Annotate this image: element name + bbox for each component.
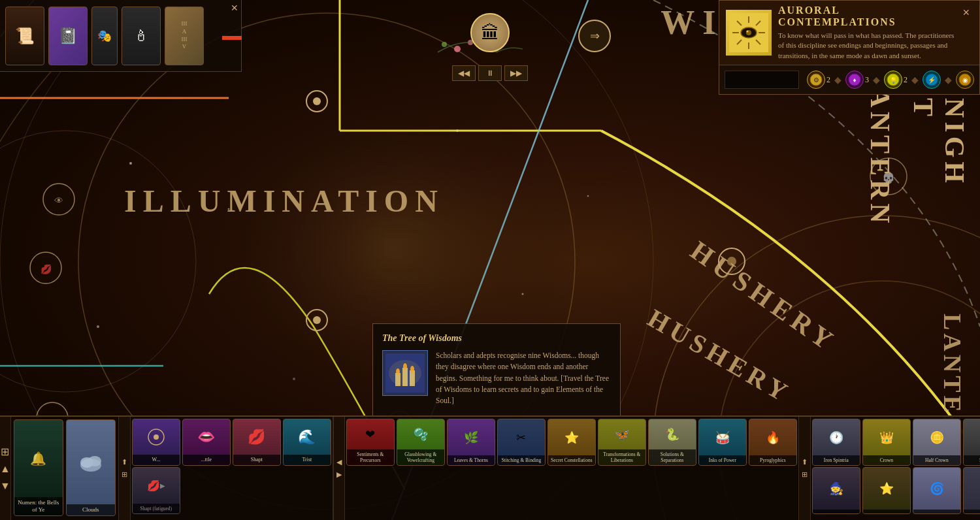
grid-right-button[interactable]: ⊞ (802, 470, 808, 479)
night-label: NIGHT (907, 98, 970, 187)
svg-point-29 (293, 378, 295, 380)
svg-point-71 (154, 434, 159, 440)
svg-point-27 (456, 129, 459, 132)
top-toolbar: 📜 📓 🎭 🕯 IIIAIIIV ✕ (0, 0, 242, 72)
toolbar-card-5[interactable]: IIIAIIIV (165, 7, 204, 65)
svg-point-12 (306, 310, 327, 331)
bottom-tray: ⊞ ▲ ▼ 🔔 Numen: the Bells of Ye (0, 415, 980, 520)
card-crown[interactable]: 👑 Crown (862, 419, 911, 466)
resource-5: ◉ (956, 71, 974, 89)
svg-point-66 (389, 360, 421, 386)
auroral-panel: Auroral Contemplations To know what will… (719, 0, 980, 95)
nav-down-left[interactable]: ▼ (0, 480, 10, 492)
svg-point-10 (306, 91, 327, 112)
card-half-crown[interactable]: 🪙 Half Crown (913, 419, 961, 466)
time-next-button[interactable]: ▶▶ (504, 65, 528, 81)
card-stitching[interactable]: ✂ Stitching & Binding (497, 419, 546, 466)
grid-left-button[interactable]: ⊞ (122, 470, 127, 479)
card-clouds[interactable]: Clouds (66, 419, 116, 516)
svg-point-11 (313, 97, 321, 105)
svg-text:◉: ◉ (962, 76, 968, 84)
export-right-button[interactable]: ⬆ (802, 458, 808, 466)
card-coin-4[interactable]: ✦ (963, 467, 980, 514)
export-left-button[interactable]: ⬆ (122, 458, 127, 466)
nav-grid-left[interactable]: ⊞ (1, 446, 9, 458)
svg-text:⚙: ⚙ (813, 76, 819, 84)
card-trist[interactable]: 🌊 Trist (283, 419, 331, 466)
svg-point-25 (129, 162, 132, 165)
svg-text:♦: ♦ (853, 76, 856, 84)
tooltip-body: Scholars and adepts recognise nine Wisdo… (382, 350, 611, 406)
close-toolbar-button[interactable]: ✕ (231, 3, 238, 14)
card-person-1[interactable]: 🧙 (812, 467, 860, 514)
game-canvas: 👁 💋 💀 ILLUM (0, 0, 980, 520)
tray-scroll-right[interactable]: ▶ (336, 470, 342, 479)
tooltip-text: Scholars and adepts recognise nine Wisdo… (436, 350, 611, 406)
time-controls: ◀◀ ⏸ ▶▶ (452, 65, 528, 81)
card-shapt[interactable]: 💋 Shapt (233, 419, 281, 466)
tooltip-icon (382, 350, 428, 396)
tray-nav-left[interactable]: ⊞ ▲ ▼ (0, 417, 11, 520)
resource-2: ♦ 3 (845, 71, 869, 89)
time-pause-button[interactable]: ⏸ (478, 65, 502, 81)
svg-point-48 (747, 31, 749, 33)
svg-point-18 (30, 252, 61, 284)
tray-scroll-left[interactable]: ◀ (336, 458, 342, 466)
svg-point-30 (587, 195, 589, 197)
progress-bar (222, 36, 242, 40)
svg-point-13 (313, 316, 321, 324)
resource-1: ⚙ 2 (807, 71, 830, 89)
svg-point-31 (97, 325, 99, 328)
nav-up-left[interactable]: ▲ (0, 463, 10, 475)
card-transformations[interactable]: 🦋 Transformations & Liberations (598, 419, 646, 466)
svg-text:👁: 👁 (54, 196, 63, 206)
house-icon[interactable]: 🏛 (470, 13, 510, 52)
nav-arrow-circle[interactable]: ⇒ (578, 20, 611, 52)
card-iron-spintria[interactable]: 🕐 Iron Spintria (812, 419, 860, 466)
card-secret-constellations[interactable]: ⭐ Secret Constellations (547, 419, 596, 466)
auroral-resources: ⚙ 2 ◆ ♦ 3 ◆ 💡 (719, 65, 979, 94)
card-pyroglyphics[interactable]: 🔥 Pyroglyphics (749, 419, 797, 466)
card-shapt-fatigued[interactable]: 💋 ▶ Shapt (fatigued) (132, 467, 180, 514)
svg-point-33 (454, 46, 461, 52)
toolbar-card-3[interactable]: 🎭 (91, 7, 118, 65)
auroral-title: Auroral Contemplations (778, 5, 960, 28)
time-prev-button[interactable]: ◀◀ (452, 65, 476, 81)
svg-point-2 (0, 131, 196, 392)
svg-point-16 (43, 184, 74, 215)
card-inks[interactable]: 🥁 Inks of Power (698, 419, 747, 466)
card-glassblowing[interactable]: 🫧 Glassblowing & Vowelcrafting (397, 419, 445, 466)
svg-text:⚡: ⚡ (928, 76, 936, 84)
card-coin-2[interactable]: ⭐ (862, 467, 911, 514)
svg-text:💡: 💡 (890, 76, 898, 84)
toolbar-card-1[interactable]: 📜 (5, 7, 44, 65)
auroral-icon (726, 10, 772, 56)
card-shilling[interactable]: 🪙 Shilling (963, 419, 980, 466)
illumination-label: ILLUMINATION (124, 183, 444, 219)
card-leaves-thorns[interactable]: 🌿 Leaves & Thorns (447, 419, 495, 466)
svg-point-69 (88, 456, 101, 466)
node-tooltip: The Tree of Wisdoms Scholar (372, 323, 621, 416)
tooltip-title: The Tree of Wisdoms (382, 333, 611, 344)
card-sentiments[interactable]: ❤ Sentiments & Precursors (346, 419, 395, 466)
svg-point-28 (522, 293, 524, 295)
auroral-text: To know what will pass in what has passe… (778, 31, 960, 61)
resource-3: 💡 2 (884, 71, 907, 89)
auroral-close-button[interactable]: ✕ (960, 5, 973, 21)
svg-point-36 (442, 42, 447, 47)
toolbar-card-4[interactable]: 🕯 (122, 7, 161, 65)
card-w[interactable]: W... (132, 419, 180, 466)
card-ttle[interactable]: 👄 ...ttle (182, 419, 231, 466)
card-coin-3[interactable]: 🌀 (913, 467, 961, 514)
toolbar-card-2[interactable]: 📓 (48, 7, 88, 65)
resource-4: ⚡ (923, 71, 941, 89)
card-numen[interactable]: 🔔 Numen: the Bells of Ye (14, 419, 63, 516)
svg-text:💋: 💋 (41, 264, 52, 275)
card-solutions[interactable]: 🐍 Solutions & Separations (648, 419, 696, 466)
